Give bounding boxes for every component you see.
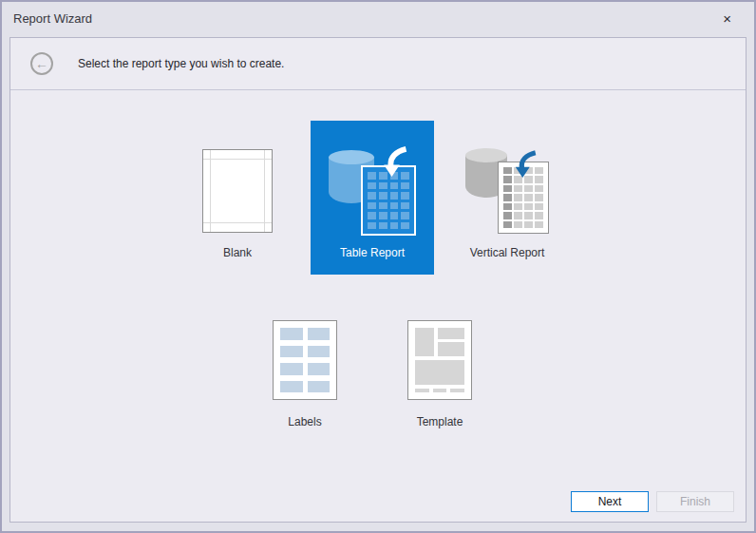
icon-cell <box>524 203 533 210</box>
icon-cell <box>535 212 543 219</box>
icon-cell <box>401 222 409 230</box>
icon-cell <box>524 221 533 228</box>
icon-cell <box>503 194 512 200</box>
report-type-tile-labels[interactable]: Labels <box>243 290 367 444</box>
report-type-tile-vertical-report[interactable]: Vertical Report <box>445 121 569 275</box>
icon-cell <box>503 185 512 192</box>
icon-cell <box>308 346 331 358</box>
icon-cell <box>390 212 399 219</box>
icon-cell <box>524 194 533 200</box>
wizard-panel: ← Select the report type you wish to cre… <box>9 37 747 523</box>
icon-cell <box>368 182 376 190</box>
icon-area <box>311 147 434 235</box>
tile-label: Blank <box>223 246 252 259</box>
icon-cell <box>535 194 543 200</box>
wizard-footer: Next Finish <box>571 491 734 512</box>
icon-cell <box>280 346 303 358</box>
icon-cell <box>514 221 522 228</box>
icon-cell <box>401 192 409 200</box>
icon-area <box>378 316 501 404</box>
icon-cell <box>280 363 303 375</box>
tile-label: Labels <box>288 415 321 428</box>
report-type-row-1: Blank Table Report <box>176 121 569 275</box>
icon-cell <box>308 381 331 393</box>
tile-label: Vertical Report <box>470 246 545 259</box>
wizard-header: ← Select the report type you wish to cre… <box>10 38 746 90</box>
icon-cell <box>401 212 409 219</box>
report-wizard-window: Report Wizard × ← Select the report type… <box>0 0 756 533</box>
database-vertical-import-icon <box>463 146 551 236</box>
icon-cell <box>535 221 543 228</box>
report-type-tile-blank[interactable]: Blank <box>176 121 299 275</box>
tile-label: Table Report <box>340 246 405 259</box>
icon-cell <box>379 212 387 219</box>
icon-cell <box>308 363 331 375</box>
icon-cell <box>514 185 522 192</box>
next-button[interactable]: Next <box>571 491 649 512</box>
import-arrow-icon <box>512 150 538 180</box>
template-page-icon <box>407 320 472 400</box>
icon-cell <box>514 194 522 200</box>
icon-cell <box>401 182 409 190</box>
icon-cell <box>280 381 303 393</box>
report-type-row-2: Labels Template <box>243 290 501 444</box>
icon-cell <box>503 221 512 228</box>
icon-cell <box>401 202 409 210</box>
close-icon[interactable]: × <box>719 10 735 28</box>
window-title: Report Wizard <box>13 11 92 26</box>
icon-cell <box>280 328 303 340</box>
icon-cell <box>390 192 399 200</box>
icon-cell <box>503 167 512 174</box>
icon-cell <box>379 182 387 190</box>
icon-cell <box>503 176 512 182</box>
icon-cell <box>368 172 376 180</box>
icon-cell <box>368 202 376 210</box>
icon-area <box>243 316 367 404</box>
title-bar: Report Wizard × <box>2 2 754 35</box>
icon-cell <box>379 222 387 230</box>
icon-cell <box>379 192 387 200</box>
icon-area <box>445 147 569 235</box>
labels-page-icon <box>273 320 337 400</box>
icon-cell <box>390 182 399 190</box>
icon-area <box>176 147 299 235</box>
icon-cell <box>390 222 399 230</box>
finish-button[interactable]: Finish <box>656 491 734 512</box>
icon-cell <box>503 203 512 210</box>
back-button[interactable]: ← <box>30 52 53 75</box>
blank-page-icon <box>202 149 273 233</box>
back-arrow-icon: ← <box>35 57 48 70</box>
wizard-instruction: Select the report type you wish to creat… <box>78 57 284 70</box>
database-table-import-icon <box>329 146 416 236</box>
report-type-tile-table-report[interactable]: Table Report <box>311 121 434 275</box>
import-arrow-icon <box>380 146 408 179</box>
icon-cell <box>390 202 399 210</box>
report-type-tile-template[interactable]: Template <box>378 290 501 444</box>
icon-cell <box>368 212 376 219</box>
icon-cell <box>379 202 387 210</box>
tile-label: Template <box>417 415 463 428</box>
icon-cell <box>503 212 512 219</box>
icon-cell <box>368 192 376 200</box>
icon-cell <box>524 185 533 192</box>
icon-cell <box>308 328 331 340</box>
icon-cell <box>514 212 522 219</box>
icon-cell <box>535 185 543 192</box>
icon-cell <box>368 222 376 230</box>
icon-cell <box>514 203 522 210</box>
icon-cell <box>535 203 543 210</box>
report-type-list: Blank Table Report <box>10 91 746 480</box>
icon-cell <box>524 212 533 219</box>
